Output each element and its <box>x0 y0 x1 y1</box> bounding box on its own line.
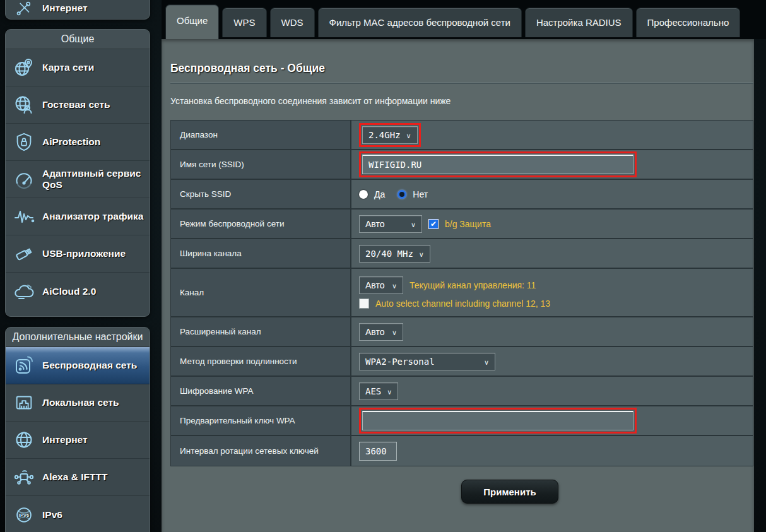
row-channel-width: Ширина канала 20/40 MHz <box>171 239 753 269</box>
sidebar-item-label: Анализатор трафика <box>42 211 143 222</box>
field-label: Метод проверки подлинности <box>171 347 351 375</box>
sidebar-item-traffic-analyzer[interactable]: Анализатор трафика <box>6 198 150 235</box>
sidebar-item-label: Карта сети <box>42 62 94 73</box>
sidebar-item-label: Адаптивный сервис QoS <box>42 168 146 191</box>
usb-icon <box>11 242 37 265</box>
sidebar-item-network-map[interactable]: Карта сети <box>6 49 150 86</box>
sidebar-item-label: IPv6 <box>42 509 62 521</box>
sidebar-item-aicloud[interactable]: AiCloud 2.0 <box>6 273 150 310</box>
radio-label-yes: Да <box>374 189 385 199</box>
lan-port-icon <box>11 392 37 413</box>
sidebar-item-usb[interactable]: USB-приложение <box>6 235 150 273</box>
traffic-wave-icon <box>11 205 37 228</box>
channel-width-value: 20/40 MHz <box>365 249 413 259</box>
field-label: Канал <box>171 269 351 316</box>
sidebar-item-label: Интернет <box>42 434 88 446</box>
tab-wds[interactable]: WDS <box>270 8 315 37</box>
annotation-highlight-red <box>359 151 637 177</box>
field-label: Шифрование WPA <box>171 377 351 405</box>
globe-icon <box>11 429 37 451</box>
content-panel: Беспроводная сеть - Общие Установка бесп… <box>162 39 754 532</box>
sidebar-item-ipv6[interactable]: IPV6 IPv6 <box>6 496 150 532</box>
key-rotation-input[interactable] <box>359 442 397 461</box>
band-select[interactable]: 2.4GHz <box>362 126 418 144</box>
ssid-input[interactable] <box>362 155 633 174</box>
radio-label-no: Нет <box>413 189 428 199</box>
auto-select-channel-checkbox[interactable] <box>359 299 369 309</box>
wireless-mode-select[interactable]: Авто <box>359 215 422 233</box>
sidebar-item-label: AiCloud 2.0 <box>42 286 96 297</box>
field-label: Имя сети (SSID) <box>171 150 351 179</box>
sidebar-item-aiprotection[interactable]: AiProtection <box>6 124 150 161</box>
chevron-down-icon <box>419 249 424 259</box>
sidebar-item-lan[interactable]: Локальная сеть <box>6 384 150 422</box>
row-ssid: Имя сети (SSID) <box>171 150 753 180</box>
sidebar-item-internet-quick[interactable]: Интернет <box>6 0 150 19</box>
chevron-down-icon <box>392 327 397 337</box>
sidebar-item-alexa-ifttt[interactable]: Alexa & IFTTT <box>6 459 150 496</box>
sidebar-item-label: Беспроводная сеть <box>42 360 137 371</box>
sidebar-box-general: Общие Карта сети Гостевая сеть <box>5 29 150 317</box>
auth-method-value: WPA2-Personal <box>365 357 435 367</box>
row-channel: Канал Авто Текущий канал управления: 11 … <box>171 269 753 317</box>
hide-ssid-no-radio[interactable] <box>398 190 406 199</box>
channel-select[interactable]: Авто <box>359 276 403 294</box>
field-label: Расширенный канал <box>171 317 351 346</box>
row-band: Диапазон 2.4GHz <box>171 121 753 150</box>
field-label: Скрыть SSID <box>171 180 351 208</box>
auth-method-select[interactable]: WPA2-Personal <box>359 353 495 370</box>
channel-width-select[interactable]: 20/40 MHz <box>359 245 430 263</box>
sidebar-section-title: Общие <box>6 30 150 49</box>
chevron-down-icon <box>484 357 489 367</box>
field-label: Диапазон <box>171 121 351 149</box>
chevron-down-icon <box>387 386 392 396</box>
tab-general[interactable]: Общие <box>165 4 219 39</box>
sidebar-item-label: AiProtection <box>42 136 100 148</box>
bg-protection-label: b/g Защита <box>445 219 491 229</box>
sidebar-item-label: Гостевая сеть <box>42 99 110 110</box>
sidebar-item-qos[interactable]: Адаптивный сервис QoS <box>6 161 150 198</box>
page-subtitle: Установка беспроводного соединения завис… <box>170 96 451 106</box>
field-label: Интервал ротации сетевых ключей <box>171 436 351 466</box>
channel-value: Авто <box>365 280 385 290</box>
tab-wps[interactable]: WPS <box>222 8 266 37</box>
band-select-value: 2.4GHz <box>368 130 401 140</box>
row-wireless-mode: Режим беспроводной сети Авто b/g Защита <box>171 210 753 239</box>
hide-ssid-yes-radio[interactable] <box>359 190 368 199</box>
tab-radius[interactable]: Настройка RADIUS <box>525 8 633 37</box>
sidebar-box-quick: Интернет <box>5 0 150 20</box>
wireless-mode-value: Авто <box>365 219 385 229</box>
sidebar-item-label: Интернет <box>42 3 88 14</box>
sidebar-item-wireless[interactable]: Беспроводная сеть <box>6 347 150 384</box>
sidebar-item-guest-network[interactable]: Гостевая сеть <box>6 86 150 124</box>
wireless-settings-form: Диапазон 2.4GHz Имя сети (SSID) <box>170 120 753 466</box>
field-label: Режим беспроводной сети <box>171 210 351 238</box>
annotation-highlight-red <box>359 408 637 434</box>
row-wpa-encryption: Шифрование WPA AES <box>171 377 753 406</box>
tab-professional[interactable]: Профессионально <box>636 8 741 37</box>
network-map-icon <box>11 56 37 79</box>
wifi-icon <box>11 354 37 377</box>
wpa-key-input[interactable] <box>362 411 633 430</box>
current-channel-note: Текущий канал управления: 11 <box>410 280 536 290</box>
cloud-icon <box>11 280 37 303</box>
extension-channel-select[interactable]: Авто <box>359 323 403 341</box>
sidebar-item-label: Alexa & IFTTT <box>42 471 107 483</box>
shield-lock-icon <box>11 131 37 153</box>
sidebar-item-label: Локальная сеть <box>42 397 119 408</box>
tab-mac-filter[interactable]: Фильтр MAC адресов беспроводной сети <box>318 8 522 37</box>
tools-icon <box>11 0 37 18</box>
sidebar-section-title: Дополнительные настройки <box>6 328 150 347</box>
row-hide-ssid: Скрыть SSID Да Нет <box>171 180 753 210</box>
field-label: Ширина канала <box>171 239 351 268</box>
ipv6-globe-icon: IPV6 <box>11 504 37 526</box>
row-key-rotation: Интервал ротации сетевых ключей <box>171 436 753 466</box>
apply-button[interactable]: Применить <box>461 480 558 504</box>
extension-channel-value: Авто <box>365 327 385 337</box>
chevron-down-icon <box>406 130 411 140</box>
chevron-down-icon <box>411 219 416 229</box>
wpa-encryption-select[interactable]: AES <box>359 382 398 400</box>
sidebar-box-advanced: Дополнительные настройки Беспроводная се… <box>5 327 150 532</box>
sidebar-item-internet[interactable]: Интернет <box>6 422 150 459</box>
bg-protection-checkbox[interactable] <box>428 219 439 229</box>
